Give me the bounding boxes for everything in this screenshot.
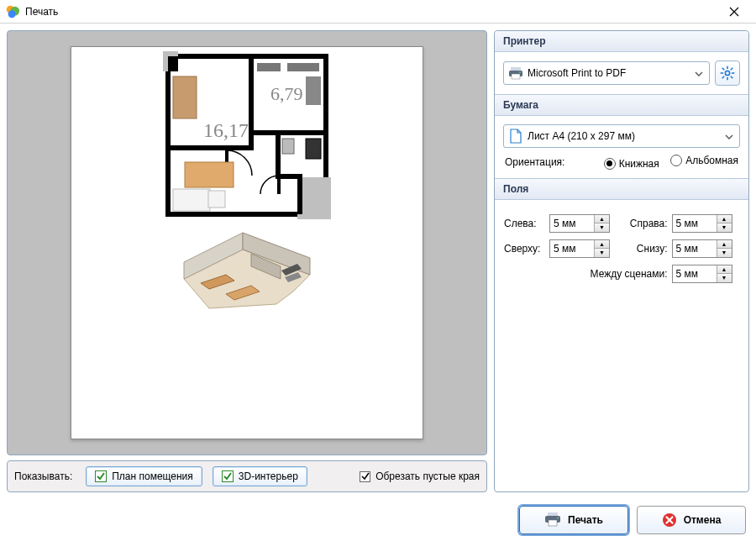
chevron-down-icon	[692, 67, 706, 79]
margin-left-input[interactable]: ▲▼	[549, 214, 610, 233]
margin-bottom-value[interactable]	[673, 240, 717, 257]
svg-rect-21	[306, 76, 321, 105]
show-label: Показывать:	[14, 470, 72, 482]
svg-rect-7	[249, 56, 254, 149]
print-button[interactable]: Печать	[519, 506, 628, 534]
margin-between-input[interactable]: ▲▼	[672, 265, 732, 283]
close-button[interactable]	[717, 3, 751, 21]
margin-right-label: Справа:	[617, 213, 670, 234]
spin-up-icon[interactable]: ▲	[595, 215, 609, 224]
crop-label: Обрезать пустые края	[375, 470, 480, 482]
app-icon	[5, 4, 20, 19]
svg-rect-17	[173, 189, 210, 211]
print-button-label: Печать	[568, 514, 603, 526]
svg-line-44	[731, 76, 733, 79]
print-preview: 16,17 6,79	[7, 30, 487, 455]
margin-between-value[interactable]	[673, 265, 717, 282]
spin-up-icon[interactable]: ▲	[595, 240, 609, 250]
gear-icon	[719, 65, 736, 81]
page-preview: 16,17 6,79	[71, 46, 423, 439]
radio-portrait-label: Книжная	[619, 158, 659, 170]
crop-checkbox[interactable]: Обрезать пустые края	[360, 470, 480, 482]
footer: Печать Отмена	[0, 499, 756, 536]
spin-up-icon[interactable]: ▲	[717, 265, 732, 275]
floorplan-3d	[176, 229, 318, 321]
svg-rect-22	[306, 139, 321, 159]
spin-down-icon[interactable]: ▼	[595, 249, 609, 257]
paper-select[interactable]: Лист A4 (210 x 297 мм)	[503, 124, 740, 148]
spin-up-icon[interactable]: ▲	[717, 240, 732, 250]
page-icon	[507, 129, 524, 144]
margin-top-input[interactable]: ▲▼	[549, 239, 610, 258]
toggle-3d-label: 3D-интерьер	[239, 470, 298, 482]
svg-rect-47	[548, 512, 558, 516]
printer-select[interactable]: Microsoft Print to PDF	[503, 61, 710, 85]
chevron-down-icon	[722, 130, 736, 142]
radio-landscape[interactable]: Альбомная	[670, 155, 738, 166]
paper-value: Лист A4 (210 x 297 мм)	[524, 130, 722, 142]
svg-rect-12	[297, 174, 302, 214]
toggle-plan-label: План помещения	[112, 470, 193, 482]
margin-right-value[interactable]	[673, 215, 717, 232]
checkbox-icon	[360, 471, 370, 482]
margin-left-value[interactable]	[550, 215, 594, 232]
printer-value: Microsoft Print to PDF	[524, 67, 692, 79]
radio-icon	[604, 158, 616, 170]
options-bar: Показывать: План помещения 3D-интерьер О…	[7, 460, 487, 492]
svg-point-37	[519, 71, 521, 73]
svg-line-46	[722, 76, 725, 79]
svg-rect-34	[511, 67, 521, 71]
toggle-plan[interactable]: План помещения	[86, 466, 202, 486]
spin-up-icon[interactable]: ▲	[717, 215, 732, 224]
svg-point-50	[557, 517, 559, 518]
check-icon	[222, 470, 234, 482]
margin-top-label: Сверху:	[503, 239, 549, 259]
floorplan-2d: 16,17 6,79	[163, 51, 331, 219]
svg-rect-49	[549, 520, 557, 526]
section-margins: Поля	[495, 178, 748, 200]
window-title: Печать	[25, 6, 58, 18]
margin-right-input[interactable]: ▲▼	[672, 214, 732, 233]
titlebar: Печать	[0, 0, 756, 24]
svg-rect-23	[282, 139, 294, 154]
svg-rect-16	[185, 162, 234, 187]
svg-rect-9	[254, 130, 326, 135]
svg-line-45	[731, 68, 733, 71]
svg-rect-10	[276, 130, 281, 177]
svg-point-38	[725, 71, 729, 75]
radio-portrait[interactable]: Книжная	[604, 158, 659, 170]
svg-rect-19	[257, 63, 281, 71]
spin-down-icon[interactable]: ▼	[717, 223, 732, 232]
svg-rect-20	[287, 63, 319, 71]
section-paper: Бумага	[495, 94, 748, 116]
margin-between-label: Между сценами:	[503, 264, 671, 284]
margin-bottom-label: Снизу:	[617, 239, 670, 259]
section-printer: Принтер	[495, 31, 748, 52]
margin-left-label: Слева:	[503, 213, 549, 234]
toggle-3d[interactable]: 3D-интерьер	[213, 466, 307, 486]
margin-bottom-input[interactable]: ▲▼	[672, 239, 732, 258]
radio-icon	[670, 155, 682, 166]
cancel-button[interactable]: Отмена	[637, 506, 746, 534]
spin-down-icon[interactable]: ▼	[717, 249, 732, 257]
margin-top-value[interactable]	[550, 240, 594, 257]
svg-rect-15	[173, 76, 197, 118]
room2-area-text: 6,79	[270, 83, 303, 104]
spin-down-icon[interactable]: ▼	[717, 274, 732, 282]
svg-rect-8	[168, 145, 254, 150]
radio-landscape-label: Альбомная	[685, 155, 738, 166]
svg-rect-18	[208, 191, 225, 208]
orientation-label: Ориентация:	[505, 156, 564, 168]
printer-icon	[507, 66, 524, 80]
svg-point-2	[8, 10, 16, 18]
spin-down-icon[interactable]: ▼	[595, 223, 609, 232]
printer-icon	[544, 512, 561, 529]
svg-rect-36	[512, 74, 520, 79]
svg-line-43	[722, 68, 725, 71]
svg-rect-6	[168, 56, 178, 71]
cancel-icon	[662, 512, 677, 528]
room1-area-text: 16,17	[203, 119, 249, 141]
cancel-button-label: Отмена	[684, 514, 722, 526]
check-icon	[95, 470, 107, 482]
printer-settings-button[interactable]	[715, 60, 740, 86]
